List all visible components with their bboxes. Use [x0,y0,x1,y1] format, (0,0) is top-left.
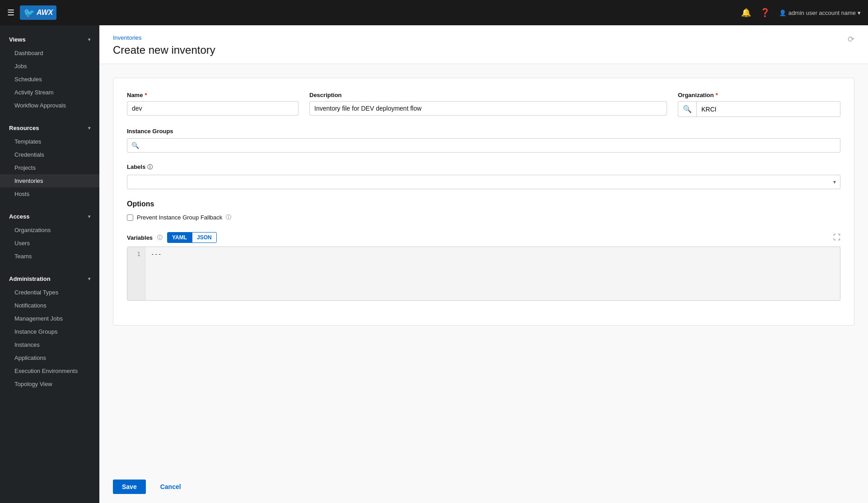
line-number-1: 1 [132,251,140,257]
options-title: Options [127,200,840,208]
sidebar-item-topology-view[interactable]: Topology View [0,377,99,391]
instance-groups-input[interactable] [127,138,840,153]
sidebar-item-credentials[interactable]: Credentials [0,148,99,161]
expand-icon[interactable]: ⛶ [833,233,840,242]
user-name-label: admin user account name [788,9,856,16]
organization-input-wrapper: 🔍 [678,101,840,117]
code-editor[interactable]: 1 --- [127,247,840,301]
administration-section-label: Administration [9,275,51,282]
variables-help-icon[interactable]: ⓘ [157,234,163,242]
sidebar-item-notifications[interactable]: Notifications [0,299,99,312]
org-required-star: * [715,92,718,98]
views-section: Views ▾ Dashboard Jobs Schedules Activit… [0,25,99,114]
form-card: Name * Description Organization * [113,78,854,326]
history-icon[interactable]: ⟳ [848,34,854,44]
sidebar-item-users[interactable]: Users [0,237,99,250]
page-header: Inventories Create new inventory ⟳ [99,25,868,64]
user-icon: 👤 [779,9,786,16]
instance-groups-section: Instance Groups 🔍 [127,128,840,153]
prevent-fallback-label: Prevent Instance Group Fallback [137,214,222,221]
sidebar-item-teams[interactable]: Teams [0,250,99,263]
yaml-tab[interactable]: YAML [167,232,192,243]
name-required-star: * [145,92,147,98]
administration-section: Administration ▾ Credential Types Notifi… [0,265,99,392]
description-input[interactable] [309,101,667,116]
access-section-label: Access [9,213,30,220]
views-section-label: Views [9,36,26,43]
json-tab[interactable]: JSON [192,232,217,243]
organization-search-button[interactable]: 🔍 [678,102,697,116]
instance-groups-search-wrapper: 🔍 [127,138,840,153]
labels-help-icon[interactable]: ⓘ [147,164,153,170]
user-chevron-icon: ▾ [858,9,861,16]
sidebar-item-management-jobs[interactable]: Management Jobs [0,312,99,325]
help-icon[interactable]: ❓ [760,8,770,18]
name-label: Name * [127,92,299,98]
labels-select[interactable] [127,175,840,189]
sidebar-item-execution-environments[interactable]: Execution Environments [0,364,99,377]
breadcrumb[interactable]: Inventories [113,34,215,41]
sidebar-item-activity-stream[interactable]: Activity Stream [0,86,99,99]
sidebar-item-organizations[interactable]: Organizations [0,224,99,237]
variables-section: Variables ⓘ YAML JSON ⛶ 1 [127,232,840,301]
sidebar-item-workflow-approvals[interactable]: Workflow Approvals [0,99,99,112]
organization-field-group: Organization * 🔍 [678,92,840,117]
name-field-group: Name * [127,92,299,117]
resources-section: Resources ▾ Templates Credentials Projec… [0,114,99,202]
notification-icon[interactable]: 🔔 [741,8,751,18]
sidebar-item-credential-types[interactable]: Credential Types [0,286,99,299]
resources-chevron-icon: ▾ [88,126,90,130]
variables-tab-group: YAML JSON [167,232,217,243]
org-search-icon: 🔍 [683,105,692,113]
administration-section-header[interactable]: Administration ▾ [0,272,99,286]
sidebar-item-hosts[interactable]: Hosts [0,187,99,200]
labels-section: Labels ⓘ ▾ [127,163,840,189]
save-button[interactable]: Save [113,480,146,494]
organization-label: Organization * [678,92,840,98]
logo-bird-icon: 🐦 [23,7,35,18]
sidebar-item-instance-groups[interactable]: Instance Groups [0,325,99,338]
variables-header-left: Variables ⓘ YAML JSON [127,232,217,243]
labels-label: Labels ⓘ [127,163,840,171]
sidebar-item-dashboard[interactable]: Dashboard [0,47,99,60]
name-input[interactable] [127,101,299,116]
hamburger-icon[interactable]: ☰ [7,8,14,18]
prevent-fallback-row: Prevent Instance Group Fallback ⓘ [127,214,840,221]
access-section-header[interactable]: Access ▾ [0,210,99,224]
options-section: Options Prevent Instance Group Fallback … [127,200,840,221]
page-title: Create new inventory [113,44,215,56]
instance-groups-label: Instance Groups [127,128,840,135]
sidebar-item-inventories[interactable]: Inventories [0,174,99,187]
sidebar-item-applications[interactable]: Applications [0,351,99,364]
sidebar: Views ▾ Dashboard Jobs Schedules Activit… [0,25,99,503]
labels-select-wrapper: ▾ [127,175,840,189]
access-section: Access ▾ Organizations Users Teams [0,202,99,265]
variables-label: Variables [127,234,153,241]
access-chevron-icon: ▾ [88,214,90,219]
prevent-fallback-checkbox[interactable] [127,214,133,221]
logo-text: AWX [37,9,53,17]
views-section-header[interactable]: Views ▾ [0,33,99,47]
sidebar-item-templates[interactable]: Templates [0,135,99,148]
organization-input[interactable] [697,102,840,116]
code-line-numbers: 1 [127,247,145,300]
administration-chevron-icon: ▾ [88,276,90,281]
resources-section-label: Resources [9,125,39,131]
user-menu[interactable]: 👤 admin user account name ▾ [779,9,861,16]
form-area: Name * Description Organization * [99,64,868,470]
sidebar-item-jobs[interactable]: Jobs [0,60,99,73]
description-label: Description [309,92,667,98]
description-field-group: Description [309,92,667,117]
main-content: Inventories Create new inventory ⟳ Name … [99,25,868,503]
variables-header: Variables ⓘ YAML JSON ⛶ [127,232,840,243]
code-content[interactable]: --- [145,247,840,300]
sidebar-item-instances[interactable]: Instances [0,338,99,351]
cancel-button[interactable]: Cancel [151,480,190,494]
awx-logo: 🐦 AWX [20,5,56,20]
resources-section-header[interactable]: Resources ▾ [0,121,99,135]
instance-groups-search-icon: 🔍 [131,142,139,149]
form-row-top: Name * Description Organization * [127,92,840,117]
prevent-fallback-help-icon[interactable]: ⓘ [226,214,231,221]
sidebar-item-projects[interactable]: Projects [0,161,99,174]
sidebar-item-schedules[interactable]: Schedules [0,73,99,86]
